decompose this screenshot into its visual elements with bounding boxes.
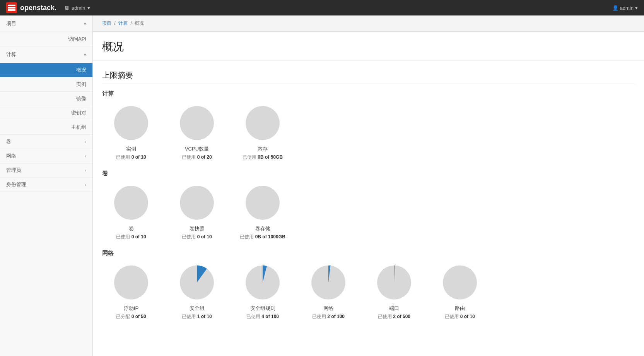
quota-label: 卷存储 xyxy=(255,225,270,232)
navbar-left: openstack. 🖥 admin ▾ xyxy=(6,2,90,13)
navbar-project-label: admin xyxy=(72,5,85,11)
quota-item: 路由已使用 0 of 10 xyxy=(431,263,489,320)
page-header: 概况 xyxy=(93,32,644,61)
sidebar-volumes-chevron: › xyxy=(85,139,86,144)
quota-label: 安全组规则 xyxy=(250,305,275,312)
sidebar-item-images[interactable]: 镜像 xyxy=(0,92,92,106)
volume-subsection-title: 卷 xyxy=(102,170,635,177)
quota-used: 已使用 1 of 10 xyxy=(182,313,212,320)
volume-quota-grid: 卷已使用 0 of 10 卷快照已使用 0 of 10 卷存储已使用 0B of… xyxy=(102,183,635,240)
sidebar-item-admin[interactable]: 管理员 › xyxy=(0,163,92,178)
sidebar-item-instances[interactable]: 实例 xyxy=(0,77,92,92)
navbar-project-selector[interactable]: 🖥 admin ▾ xyxy=(64,5,90,11)
navbar-project-chevron: ▾ xyxy=(87,5,90,11)
navbar: openstack. 🖥 admin ▾ 👤 admin ▾ xyxy=(0,0,644,15)
quota-circle xyxy=(441,263,479,302)
sidebar-api-label: 访问API xyxy=(68,36,86,43)
sidebar-project-label: 项目 xyxy=(6,20,16,27)
svg-point-7 xyxy=(114,186,148,220)
quota-item: 端口已使用 2 of 500 xyxy=(365,263,423,320)
quota-item: 卷存储已使用 0B of 1000GB xyxy=(234,183,292,240)
quota-circle xyxy=(112,104,150,142)
sidebar-servergroups-label: 主机组 xyxy=(71,124,86,131)
sidebar-instances-label: 实例 xyxy=(76,81,86,88)
quota-circle xyxy=(243,263,282,302)
quota-item: 卷快照已使用 0 of 10 xyxy=(168,183,226,240)
sidebar-item-volumes[interactable]: 卷 › xyxy=(0,135,92,149)
quota-circle xyxy=(112,263,150,302)
sidebar-keypairs-label: 密钥对 xyxy=(71,110,86,116)
sidebar-images-label: 镜像 xyxy=(76,95,86,102)
svg-point-9 xyxy=(246,186,280,220)
quota-used: 已使用 0 of 10 xyxy=(116,234,146,240)
compute-quota-grid: 实例已使用 0 of 10 VCPU数量已使用 0 of 20 内存已使用 0B… xyxy=(102,104,635,161)
sidebar-item-network[interactable]: 网络 › xyxy=(0,149,92,163)
quota-label: 内存 xyxy=(258,145,268,152)
quota-item: VCPU数量已使用 0 of 20 xyxy=(168,104,226,161)
quota-label: 路由 xyxy=(455,305,465,312)
quota-used: 已使用 0 of 10 xyxy=(116,154,146,161)
page-title: 概况 xyxy=(102,39,635,54)
sidebar-project-header[interactable]: 项目 ▾ xyxy=(0,15,92,32)
quota-used: 已使用 0 of 10 xyxy=(182,234,212,240)
sidebar-item-identity[interactable]: 身份管理 › xyxy=(0,178,92,192)
quota-label: 实例 xyxy=(126,145,136,152)
sidebar-item-overview[interactable]: 概况 xyxy=(0,63,92,77)
sidebar-compute-header[interactable]: 计算 ▾ xyxy=(0,46,92,63)
svg-point-10 xyxy=(114,265,148,300)
svg-rect-1 xyxy=(8,5,15,6)
network-quota-grid: 浮动IP已分配 0 of 50 安全组已使用 1 of 10 安全组规则已使用 … xyxy=(102,263,635,320)
quota-item: 内存已使用 0B of 50GB xyxy=(234,104,292,161)
svg-rect-3 xyxy=(8,9,15,11)
sidebar-identity-chevron: › xyxy=(85,182,86,187)
quota-item: 卷已使用 0 of 10 xyxy=(102,183,160,240)
layout: 项目 ▾ 访问API 计算 ▾ 概况 实例 镜像 密钥对 主机组 卷 › 网 xyxy=(0,15,644,356)
sidebar: 项目 ▾ 访问API 计算 ▾ 概况 实例 镜像 密钥对 主机组 卷 › 网 xyxy=(0,15,93,356)
breadcrumb-project[interactable]: 项目 xyxy=(102,21,111,26)
quota-item: 安全组规则已使用 4 of 100 xyxy=(234,263,292,320)
quota-circle xyxy=(309,263,348,302)
breadcrumb-sep2: / xyxy=(130,21,132,26)
divider-top xyxy=(102,84,635,84)
logo-text: openstack. xyxy=(20,4,56,12)
openstack-logo-icon xyxy=(6,2,17,13)
quota-circle xyxy=(178,104,216,142)
quota-circle xyxy=(178,263,216,302)
svg-point-15 xyxy=(443,265,477,300)
quota-circle xyxy=(112,183,150,222)
sidebar-item-keypairs[interactable]: 密钥对 xyxy=(0,106,92,120)
svg-point-8 xyxy=(180,186,214,220)
quota-circle xyxy=(243,104,282,142)
logo: openstack. xyxy=(6,2,56,13)
main-content: 项目 / 计算 / 概况 概况 上限摘要 计算 实例已使用 0 of 10 VC… xyxy=(93,15,644,356)
section-content: 上限摘要 计算 实例已使用 0 of 10 VCPU数量已使用 0 of 20 … xyxy=(93,61,644,339)
sidebar-compute-chevron: ▾ xyxy=(84,52,86,57)
quota-label: 浮动IP xyxy=(124,305,138,312)
network-subsection-title: 网络 xyxy=(102,250,635,257)
sidebar-project-chevron: ▾ xyxy=(84,21,86,26)
quota-item: 浮动IP已分配 0 of 50 xyxy=(102,263,160,320)
navbar-user-chevron: ▾ xyxy=(635,5,638,11)
quota-item: 实例已使用 0 of 10 xyxy=(102,104,160,161)
breadcrumb: 项目 / 计算 / 概况 xyxy=(93,15,644,32)
user-icon: 👤 xyxy=(612,5,618,11)
quota-circle xyxy=(178,183,216,222)
svg-point-5 xyxy=(180,106,214,140)
navbar-user-menu[interactable]: 👤 admin ▾ xyxy=(612,5,638,11)
sidebar-item-api[interactable]: 访问API xyxy=(0,32,92,46)
breadcrumb-compute[interactable]: 计算 xyxy=(118,21,128,26)
quota-label: 端口 xyxy=(389,305,399,312)
quota-circle xyxy=(375,263,413,302)
svg-point-4 xyxy=(114,106,148,140)
quota-circle xyxy=(243,183,282,222)
breadcrumb-overview: 概况 xyxy=(135,21,144,26)
sidebar-item-servergroups[interactable]: 主机组 xyxy=(0,120,92,135)
compute-subsection-title: 计算 xyxy=(102,90,635,98)
sidebar-network-label: 网络 xyxy=(6,152,16,159)
quota-label: 网络 xyxy=(323,305,333,312)
sidebar-network-chevron: › xyxy=(85,154,86,158)
sidebar-admin-label: 管理员 xyxy=(6,167,21,174)
quota-used: 已使用 0 of 20 xyxy=(182,154,212,161)
quota-label: VCPU数量 xyxy=(185,145,209,152)
sidebar-overview-label: 概况 xyxy=(76,67,86,74)
